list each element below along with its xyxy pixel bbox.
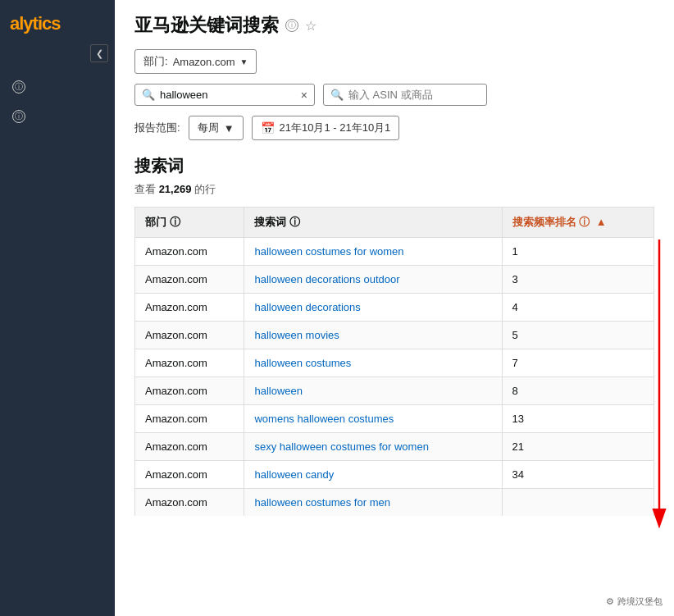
asin-search-icon: 🔍: [330, 89, 344, 101]
department-dropdown[interactable]: 部门: Amazon.com ▼: [134, 49, 257, 74]
cell-keyword: halloween decorations outdoor: [244, 266, 502, 294]
cell-dept: Amazon.com: [135, 433, 244, 461]
keyword-link[interactable]: halloween candy: [254, 468, 334, 481]
date-range-text: 21年10月1 - 21年10月1: [280, 121, 391, 135]
col-rank-info: ⓘ: [579, 216, 590, 228]
cell-keyword: womens halloween costumes: [244, 405, 502, 433]
keyword-link[interactable]: halloween decorations outdoor: [254, 273, 399, 285]
cell-dept: Amazon.com: [135, 377, 244, 405]
watermark: ⚙ 跨境汉堡包: [601, 594, 667, 609]
keywords-table: 部门 ⓘ 搜索词 ⓘ 搜索频率排名 ⓘ ▲: [134, 207, 654, 516]
sidebar-collapse-area: ❮: [0, 41, 115, 66]
filter-row: 报告范围: 每周 ▼ 📅 21年10月1 - 21年10月1: [134, 116, 654, 140]
cell-keyword: halloween decorations: [244, 294, 502, 322]
department-label: 部门:: [143, 54, 168, 69]
cell-rank: 4: [502, 294, 654, 322]
table-row: Amazon.comsexy halloween costumes for wo…: [135, 433, 654, 461]
page-header: 亚马逊关键词搜索 ⓘ ☆: [134, 13, 654, 38]
table-row: Amazon.comhalloween decorations4: [135, 294, 654, 322]
cell-keyword: halloween costumes for women: [244, 238, 502, 266]
watermark-icon: ⚙: [606, 596, 614, 607]
table-row: Amazon.comwomens halloween costumes13: [135, 405, 654, 433]
cell-rank: 3: [502, 266, 654, 294]
table-wrapper: 部门 ⓘ 搜索词 ⓘ 搜索频率排名 ⓘ ▲: [134, 207, 654, 516]
report-range-dropdown[interactable]: 每周 ▼: [189, 116, 244, 140]
cell-rank: 5: [502, 322, 654, 349]
cell-dept: Amazon.com: [135, 238, 244, 266]
table-row: Amazon.comhalloween costumes for men: [135, 489, 654, 517]
sidebar-logo: alytics: [0, 0, 115, 41]
report-range-label: 报告范围:: [134, 121, 180, 135]
row-count-suffix: 的行: [194, 183, 216, 195]
col-dept: 部门 ⓘ: [135, 208, 244, 238]
page-title: 亚马逊关键词搜索: [134, 13, 279, 38]
asin-search-box[interactable]: 🔍: [323, 84, 487, 106]
sidebar-collapse-button[interactable]: ❮: [90, 44, 108, 62]
cell-rank: 34: [502, 461, 654, 489]
table-row: Amazon.comhalloween8: [135, 377, 654, 405]
cell-dept: Amazon.com: [135, 405, 244, 433]
star-icon[interactable]: ☆: [305, 18, 317, 34]
sidebar: alytics ❮ ⓘ ⓘ: [0, 0, 115, 616]
row-count-value: 21,269: [159, 183, 192, 195]
col-dept-info: ⓘ: [170, 216, 180, 228]
sidebar-info-icon-2: ⓘ: [12, 110, 25, 123]
row-count-text: 查看 21,269 的行: [134, 182, 654, 197]
keyword-link[interactable]: halloween costumes: [254, 357, 351, 369]
col-keyword: 搜索词 ⓘ: [244, 208, 502, 238]
cell-rank: 1: [502, 238, 654, 266]
report-range-value: 每周: [198, 121, 219, 135]
sidebar-info-icon-1: ⓘ: [12, 80, 25, 94]
cell-keyword: halloween candy: [244, 461, 502, 489]
cell-dept: Amazon.com: [135, 461, 244, 489]
table-row: Amazon.comhalloween candy34: [135, 461, 654, 489]
cell-keyword: sexy halloween costumes for women: [244, 433, 502, 461]
controls-row: 部门: Amazon.com ▼: [134, 49, 654, 74]
keyword-link[interactable]: halloween movies: [254, 329, 339, 341]
cell-keyword: halloween costumes for men: [244, 489, 502, 517]
keyword-search-icon: 🔍: [142, 89, 155, 101]
col-rank-label: 搜索频率排名: [512, 216, 576, 228]
col-keyword-label: 搜索词: [254, 216, 286, 228]
keyword-link[interactable]: halloween costumes for women: [254, 245, 403, 258]
sidebar-nav: ⓘ ⓘ: [0, 66, 115, 138]
cell-keyword: halloween costumes: [244, 349, 502, 377]
search-row: 🔍 × 🔍: [134, 84, 654, 106]
cell-keyword: halloween movies: [244, 322, 502, 349]
department-value: Amazon.com: [173, 56, 235, 68]
sidebar-item-2[interactable]: ⓘ: [0, 102, 115, 131]
main-content: 亚马逊关键词搜索 ⓘ ☆ 部门: Amazon.com ▼ 🔍 × 🔍: [115, 0, 674, 616]
cell-dept: Amazon.com: [135, 294, 244, 322]
keyword-search-input[interactable]: [160, 89, 301, 101]
sidebar-item-1[interactable]: ⓘ: [0, 72, 115, 102]
keyword-link[interactable]: halloween: [254, 385, 303, 397]
keyword-clear-button[interactable]: ×: [301, 89, 307, 101]
page-title-info-icon[interactable]: ⓘ: [285, 19, 298, 32]
cell-keyword: halloween: [244, 377, 502, 405]
keyword-link[interactable]: halloween decorations: [254, 301, 360, 313]
table-row: Amazon.comhalloween movies5: [135, 322, 654, 349]
keyword-link[interactable]: womens halloween costumes: [254, 413, 394, 425]
col-dept-label: 部门: [145, 216, 166, 228]
keyword-search-box[interactable]: 🔍 ×: [134, 84, 315, 106]
report-range-arrow: ▼: [224, 122, 235, 135]
watermark-text: 跨境汉堡包: [617, 595, 663, 608]
cell-dept: Amazon.com: [135, 266, 244, 294]
cell-rank: 7: [502, 349, 654, 377]
cell-dept: Amazon.com: [135, 322, 244, 349]
table-row: Amazon.comhalloween decorations outdoor3: [135, 266, 654, 294]
asin-search-input[interactable]: [348, 89, 486, 101]
keyword-link[interactable]: halloween costumes for men: [254, 496, 389, 509]
table-row: Amazon.comhalloween costumes7: [135, 349, 654, 377]
cell-rank: [502, 489, 654, 517]
row-count-label: 查看: [134, 183, 156, 195]
section-title: 搜索词: [134, 155, 654, 177]
cell-dept: Amazon.com: [135, 489, 244, 517]
cell-rank: 8: [502, 377, 654, 405]
keyword-link[interactable]: sexy halloween costumes for women: [254, 440, 428, 453]
col-rank[interactable]: 搜索频率排名 ⓘ ▲: [502, 208, 654, 238]
date-range-box[interactable]: 📅 21年10月1 - 21年10月1: [252, 116, 400, 140]
col-keyword-info: ⓘ: [289, 216, 300, 228]
cell-rank: 21: [502, 433, 654, 461]
cell-rank: 13: [502, 405, 654, 433]
